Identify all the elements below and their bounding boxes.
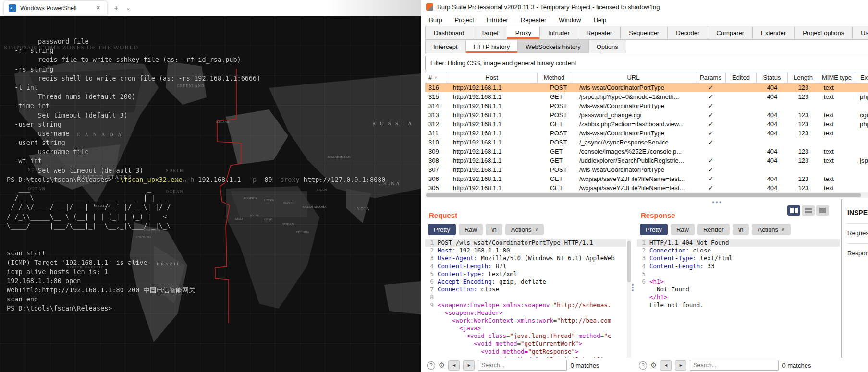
tab-target[interactable]: Target [473,26,507,40]
subtab-intercept[interactable]: Intercept [425,40,466,53]
table-cell: 404 [757,120,788,129]
actions-button[interactable]: Actions∨ [505,224,544,235]
terminal-line: -time int [7,101,385,110]
tab-intruder[interactable]: Intruder [540,26,578,40]
layout-columns-button[interactable] [787,205,800,216]
newline-button[interactable]: \n [486,224,502,235]
newline-button[interactable]: \n [733,224,749,235]
terminal-tab-title: Windows PowerShell [20,5,90,12]
tab-sequencer[interactable]: Sequencer [621,26,668,40]
table-cell: GET [538,120,571,129]
column-header-extension[interactable]: Extension [855,72,868,83]
menu-window[interactable]: Window [559,16,581,24]
table-cell [757,138,788,147]
request-search-input[interactable] [478,360,567,371]
request-scrollbar[interactable] [627,239,631,358]
column-header-host[interactable]: Host [446,72,538,83]
layout-rows-button[interactable] [802,205,815,216]
terminal-tab[interactable]: >_ Windows PowerShell ✕ [4,1,107,15]
terminal-line: PS D:\tools\fscan\Releases> [7,304,385,313]
code-line: 3Content-Type: text/html [637,254,840,262]
table-cell: ✓ [696,156,726,165]
subtab-websockets-history[interactable]: WebSockets history [518,40,589,53]
filter-bar[interactable]: Filter: Hiding CSS, image and general bi… [425,56,868,70]
tab-dropdown-icon[interactable]: ⌄ [126,5,130,11]
code-line: 5Content-Type: text/xml [425,270,626,278]
tab-user-options[interactable]: User options [853,26,868,40]
code-line: File not found. [637,301,840,309]
tab-decoder[interactable]: Decoder [668,26,708,40]
column-header-status[interactable]: Status [757,72,788,83]
tab-repeater[interactable]: Repeater [578,26,621,40]
inspector-section-request-headers[interactable]: Request Headers [847,223,868,237]
table-row[interactable]: 313http://192.168.1.1POST/password_chang… [425,110,868,120]
layout-single-button[interactable] [816,205,829,216]
column-header-params[interactable]: Params [696,72,726,83]
gear-icon[interactable]: ⚙ [439,361,445,370]
table-row[interactable]: 305http://192.168.1.1GET/wxjsapi/saveYZJ… [425,183,868,192]
table-cell [855,174,868,183]
column-header-url[interactable]: URL [571,72,696,83]
column-header-mime-type[interactable]: MIME type [819,72,855,83]
tab-dashboard[interactable]: Dashboard [425,26,473,40]
table-cell [726,110,757,120]
tab-close-icon[interactable]: ✕ [94,4,102,12]
next-match-button[interactable]: ► [463,360,475,371]
prev-match-button[interactable]: ◄ [448,360,460,371]
new-tab-button[interactable]: + [114,4,118,12]
vertical-splitter-handle[interactable]: ●●● [631,283,634,292]
inspector-section-response-headers[interactable]: Response Headers [847,243,868,257]
column-header-edited[interactable]: Edited [726,72,757,83]
column-header-method[interactable]: Method [538,72,571,83]
table-row[interactable]: 316http://192.168.1.1POST/wls-wsat/Coord… [425,83,868,92]
column-header-length[interactable]: Length [788,72,819,83]
help-icon[interactable]: ? [639,361,647,370]
table-row[interactable]: 312http://192.168.1.1GET/zabbix.php?acti… [425,120,868,129]
table-cell: 123 [788,83,819,92]
render-button[interactable]: Render [697,224,730,235]
table-row[interactable]: 314http://192.168.1.1POST/wls-wsat/Coord… [425,101,868,110]
menu-repeater[interactable]: Repeater [521,16,546,24]
actions-button[interactable]: Actions∨ [752,224,790,235]
table-cell: POST [538,165,571,174]
table-row[interactable]: 309http://192.168.1.1GET/console/images/… [425,147,868,156]
pretty-button[interactable]: Pretty [428,224,456,235]
table-cell [855,147,868,156]
response-search-input[interactable] [690,360,779,371]
tab-extender[interactable]: Extender [753,26,795,40]
next-match-button[interactable]: ► [675,360,686,371]
subtab-options[interactable]: Options [589,40,626,53]
splitter-handle[interactable]: ●●● [712,200,722,204]
table-cell [726,83,757,92]
menu-intruder[interactable]: Intruder [487,16,508,24]
table-cell [726,165,757,174]
tab-proxy[interactable]: Proxy [507,26,540,40]
inspector-sections: Request HeadersResponse Headers [847,223,868,257]
help-icon[interactable]: ? [427,361,435,370]
table-cell: http://192.168.1.1 [446,174,538,183]
menu-project[interactable]: Project [454,16,474,24]
response-editor[interactable]: 1HTTP/1.1 404 Not Found2Connection: clos… [637,239,840,358]
menu-help[interactable]: Help [593,16,606,24]
menu-burp[interactable]: Burp [429,16,442,24]
column-header--[interactable]: #∨ [425,72,446,83]
table-cell [788,165,819,174]
subtab-http-history[interactable]: HTTP history [466,40,518,53]
table-row[interactable]: 311http://192.168.1.1POST/wls-wsat/Coord… [425,129,868,138]
tab-comparer[interactable]: Comparer [708,26,753,40]
table-row[interactable]: 306http://192.168.1.1GET/wxjsapi/saveYZJ… [425,174,868,183]
table-row[interactable]: 310http://192.168.1.1POST/_async/AsyncRe… [425,138,868,147]
terminal-line: icmp alive hosts len is: 1 [7,267,385,276]
tab-project-options[interactable]: Project options [795,26,853,40]
gear-icon[interactable]: ⚙ [650,361,657,370]
table-horizontal-scrollbar[interactable] [425,192,868,198]
table-cell: jsp [855,156,868,165]
prev-match-button[interactable]: ◄ [660,360,672,371]
table-row[interactable]: 307http://192.168.1.1POST/wls-wsat/Coord… [425,165,868,174]
raw-button[interactable]: Raw [459,224,483,235]
pretty-button[interactable]: Pretty [640,224,668,235]
table-row[interactable]: 308http://192.168.1.1GET/uddiexplorer/Se… [425,156,868,165]
table-row[interactable]: 315http://192.168.1.1GET/jsrpc.php?type=… [425,92,868,101]
raw-button[interactable]: Raw [671,224,695,235]
request-editor[interactable]: 1POST /wls-wsat/CoordinatorPortType HTTP… [425,239,626,358]
